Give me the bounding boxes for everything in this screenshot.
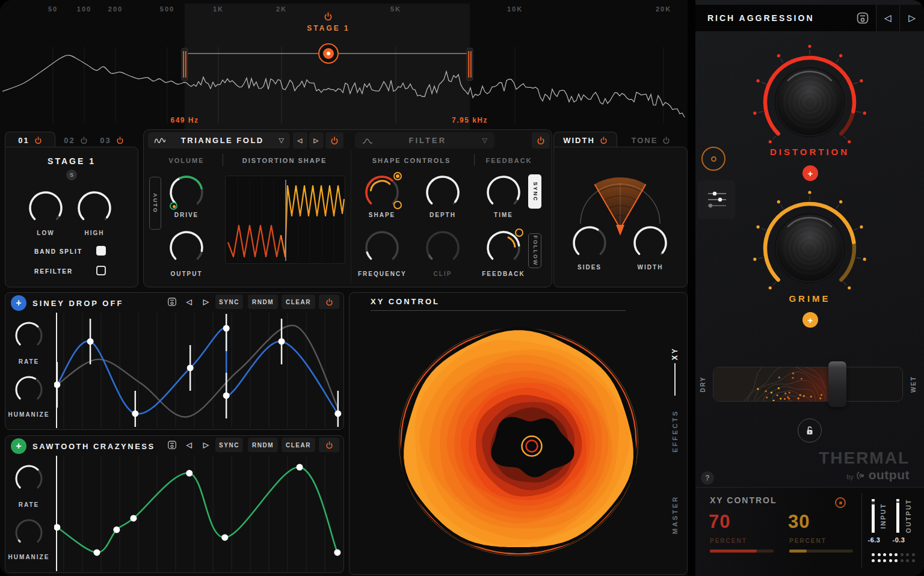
preset-next-button[interactable]: ▷ bbox=[899, 5, 924, 31]
lfo2-power-button[interactable] bbox=[319, 438, 339, 452]
lfo2-sync-button[interactable]: SYNC bbox=[215, 438, 243, 452]
sides-knob[interactable] bbox=[570, 224, 609, 262]
xy-title: XY CONTROL bbox=[371, 297, 491, 306]
band-high-freq-readout: 7.95 kHz bbox=[434, 116, 506, 124]
dry-wet-handle[interactable] bbox=[828, 361, 846, 407]
stage-low-knob[interactable] bbox=[26, 189, 65, 227]
lfo2-humanize-label: HUMANIZE bbox=[2, 554, 55, 560]
master-view-tab[interactable]: MASTER bbox=[671, 479, 679, 551]
spectrum-display[interactable] bbox=[0, 0, 688, 129]
frequency-scale: 501002005001K2K5K10K20K bbox=[0, 0, 688, 18]
time-knob[interactable] bbox=[484, 173, 523, 212]
fold-tab-distortion-shape[interactable]: DISTORTION SHAPE bbox=[229, 157, 340, 164]
lfo1-clear-button[interactable]: CLEAR bbox=[282, 295, 315, 309]
lfo2-rndm-button[interactable]: RNDM bbox=[248, 438, 278, 452]
filter-type-selector[interactable]: FILTER ▽ bbox=[355, 132, 494, 149]
xy-heatmap[interactable] bbox=[385, 320, 653, 566]
width-label: WIDTH bbox=[631, 264, 670, 271]
preset-prev-button[interactable]: ◁ bbox=[876, 5, 899, 31]
filter-dropdown-icon: ▽ bbox=[482, 136, 487, 144]
solo-badge[interactable]: S bbox=[66, 170, 77, 180]
stage-tab-1-power-icon[interactable] bbox=[34, 136, 42, 144]
tone-power-icon[interactable] bbox=[662, 136, 670, 144]
stage-tab-3-power-icon[interactable] bbox=[116, 136, 124, 144]
distortion-macro-knob[interactable] bbox=[750, 42, 870, 162]
stage-tab-2[interactable]: 02 bbox=[59, 133, 93, 147]
lfo1-rndm-button[interactable]: RNDM bbox=[248, 295, 278, 309]
preset-name[interactable]: RICH AGGRESSION bbox=[707, 13, 852, 23]
sliders-view-button[interactable] bbox=[698, 180, 735, 219]
lfo1-power-button[interactable] bbox=[319, 295, 339, 309]
lfo1-next-button[interactable]: ▷ bbox=[199, 295, 214, 309]
lfo1-prev-button[interactable]: ◁ bbox=[182, 295, 197, 309]
lfo1-curve-editor[interactable] bbox=[54, 311, 343, 429]
freq-label: 50 bbox=[35, 5, 71, 13]
filter-tab-shape-controls[interactable]: SHAPE CONTROLS bbox=[361, 157, 462, 164]
band-center-handle[interactable] bbox=[318, 43, 339, 64]
fold-tab-volume[interactable]: VOLUME bbox=[156, 157, 217, 164]
stage-band-power-icon[interactable] bbox=[324, 12, 333, 21]
shape-mod-dot-hollow bbox=[393, 201, 402, 209]
width-power-icon[interactable] bbox=[600, 136, 608, 144]
lfo2-add-button[interactable]: + bbox=[11, 438, 26, 454]
output-knob[interactable] bbox=[167, 228, 206, 267]
fold-power-button[interactable] bbox=[325, 132, 343, 149]
lfo1-add-button[interactable]: + bbox=[11, 295, 26, 311]
lfo2-rate-knob[interactable] bbox=[13, 463, 45, 494]
dry-wet-slider[interactable] bbox=[713, 367, 903, 402]
y-macro-value: 30 bbox=[788, 511, 860, 533]
lfo2-prev-button[interactable]: ◁ bbox=[182, 438, 197, 452]
lfo2-clear-button[interactable]: CLEAR bbox=[282, 438, 315, 452]
preset-save-button[interactable] bbox=[854, 10, 871, 26]
fold-next-button[interactable]: ▷ bbox=[309, 132, 324, 149]
lfo1-humanize-knob[interactable] bbox=[13, 374, 45, 405]
lfo1-rate-label: RATE bbox=[6, 358, 52, 365]
depth-knob[interactable] bbox=[424, 173, 462, 212]
drive-mod-dot bbox=[170, 202, 177, 210]
frequency-label: FREQUENCY bbox=[358, 271, 406, 277]
clip-label: CLIP bbox=[424, 271, 462, 277]
help-button[interactable]: ? bbox=[701, 471, 714, 485]
lfo2-humanize-knob[interactable] bbox=[13, 517, 45, 548]
fold-prev-button[interactable]: ◁ bbox=[293, 132, 307, 149]
stage-low-label: LOW bbox=[26, 230, 65, 236]
lfo2-next-button[interactable]: ▷ bbox=[199, 438, 214, 452]
lfo1-rate-knob[interactable] bbox=[13, 320, 45, 351]
follow-toggle[interactable]: FOLLOW bbox=[528, 233, 541, 268]
lfo1-save-button[interactable] bbox=[165, 295, 179, 309]
lfo2-curve-editor[interactable] bbox=[54, 455, 343, 572]
lfo1-sync-button[interactable]: SYNC bbox=[215, 295, 243, 309]
output-meter bbox=[896, 499, 899, 533]
tab-divider bbox=[223, 154, 223, 166]
refilter-checkbox[interactable] bbox=[96, 266, 106, 275]
sync-toggle[interactable]: SYNC bbox=[528, 174, 541, 209]
distortion-shape-display[interactable] bbox=[225, 176, 345, 264]
tone-tab[interactable]: TONE bbox=[621, 133, 681, 147]
lfo1-power-icon bbox=[325, 298, 333, 306]
band-split-checkbox[interactable] bbox=[96, 246, 106, 256]
panel-gap bbox=[688, 0, 695, 576]
filter-power-button[interactable] bbox=[532, 132, 550, 149]
grime-add-mod-button[interactable]: + bbox=[802, 312, 818, 328]
width-tab[interactable]: WIDTH bbox=[553, 132, 617, 148]
grime-macro-knob[interactable] bbox=[750, 188, 870, 308]
frequency-knob[interactable] bbox=[363, 228, 401, 267]
lfo2-save-button[interactable] bbox=[165, 438, 179, 452]
mix-lock-button[interactable] bbox=[798, 418, 822, 443]
width-knob[interactable] bbox=[631, 224, 670, 262]
input-meter-label: INPUT bbox=[879, 498, 887, 534]
stage-tab-2-power-icon[interactable] bbox=[80, 136, 88, 144]
distortion-macro-label: DISTORTION bbox=[750, 147, 870, 157]
distortion-add-mod-button[interactable]: + bbox=[802, 165, 818, 181]
stage-tab-1[interactable]: 01 bbox=[5, 132, 55, 148]
stage-tab-3[interactable]: 03 bbox=[95, 133, 129, 147]
effects-view-tab[interactable]: EFFECTS bbox=[671, 395, 679, 467]
auto-toggle[interactable]: AUTO bbox=[149, 177, 161, 230]
filter-tab-feedback[interactable]: FEEDBACK bbox=[480, 157, 538, 164]
stage-high-knob[interactable] bbox=[75, 189, 114, 227]
clip-knob[interactable] bbox=[424, 228, 462, 267]
xy-view-tab[interactable]: XY bbox=[670, 342, 680, 366]
xy-footer-title: XY CONTROL bbox=[710, 495, 830, 505]
fold-type-selector[interactable]: TRIANGLE FOLD ▽ bbox=[148, 132, 290, 149]
macro-view-button[interactable] bbox=[701, 147, 725, 171]
